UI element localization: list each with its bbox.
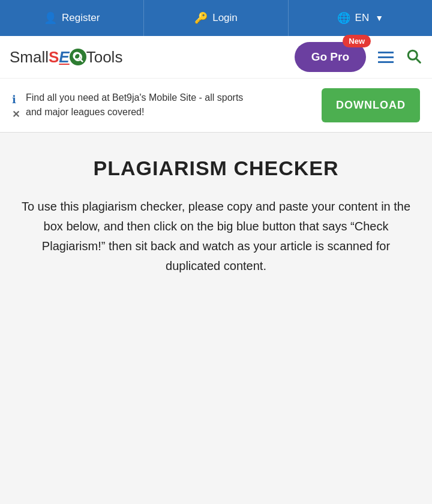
hamburger-line-3 (378, 61, 394, 63)
logo-o (70, 49, 86, 65)
user-icon: 👤 (44, 11, 57, 25)
login-label: Login (212, 12, 238, 24)
main-content: PLAGIARISM CHECKER To use this plagiaris… (0, 133, 432, 294)
logo-s: S (49, 49, 59, 65)
ad-close-icon[interactable]: ✕ (12, 109, 20, 120)
menu-button[interactable] (378, 52, 394, 63)
chevron-down-icon: ▼ (375, 13, 383, 23)
site-header: SmallSETools New Go Pro (0, 36, 432, 79)
site-logo[interactable]: SmallSETools (10, 49, 289, 65)
svg-line-1 (79, 58, 82, 61)
hamburger-line-1 (378, 52, 394, 53)
login-button[interactable]: 🔑 Login (144, 0, 288, 36)
ad-banner: ℹ ✕ Find all you need at Bet9ja's Mobile… (0, 79, 432, 133)
logo-small: Small (10, 48, 49, 66)
top-navigation: 👤 Register 🔑 Login 🌐 EN ▼ (0, 0, 432, 36)
header-icons (378, 47, 422, 67)
register-button[interactable]: 👤 Register (0, 0, 144, 36)
search-button[interactable] (404, 47, 422, 67)
globe-icon: 🌐 (337, 11, 350, 25)
ad-content-wrapper: ℹ ✕ Find all you need at Bet9ja's Mobile… (12, 91, 254, 120)
svg-point-0 (73, 53, 80, 59)
download-button[interactable]: DOWNLOAD (322, 88, 420, 122)
language-label: EN (355, 12, 370, 24)
search-icon (404, 47, 422, 65)
login-icon: 🔑 (194, 11, 208, 25)
logo-tools: Tools (86, 48, 123, 66)
hamburger-line-2 (378, 56, 394, 58)
logo-seo: SE (49, 49, 86, 65)
ad-info-icon[interactable]: ℹ (12, 93, 20, 106)
register-label: Register (62, 12, 100, 24)
ad-text: Find all you need at Bet9ja's Mobile Sit… (26, 91, 254, 119)
logo-text: SmallSETools (10, 49, 122, 65)
logo-e: E (59, 49, 69, 65)
page-title: PLAGIARISM CHECKER (18, 157, 414, 180)
page-description: To use this plagiarism checker, please c… (18, 197, 414, 276)
go-pro-wrapper: New Go Pro (295, 42, 366, 72)
language-selector[interactable]: 🌐 EN ▼ (289, 0, 432, 36)
new-badge: New (343, 35, 371, 47)
